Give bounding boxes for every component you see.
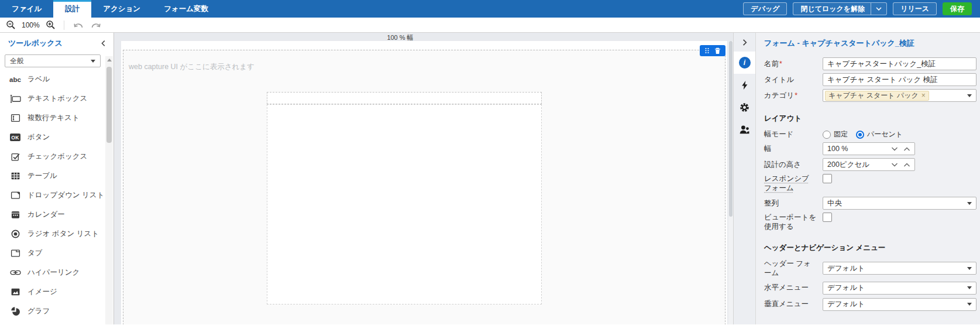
- close-unlock-button[interactable]: 閉じてロックを解除: [793, 2, 887, 15]
- dropdown-list-icon: [9, 190, 21, 200]
- toolbox-item[interactable]: ハイパーリンク: [0, 263, 114, 282]
- scroll-up-icon[interactable]: [107, 59, 112, 61]
- use-viewport-label: ビューポートを使用する: [764, 213, 823, 232]
- redo-icon[interactable]: [90, 21, 102, 29]
- toolbox-item[interactable]: グラフ: [0, 302, 114, 321]
- title-field[interactable]: キャプチャ スタート パック 検証: [823, 73, 976, 86]
- collapse-right-icon[interactable]: [734, 33, 755, 52]
- form-designer-app: ファイル 設計 アクション フォーム変数 デバッグ 閉じてロックを解除 リリース…: [0, 0, 980, 325]
- toolbox-item[interactable]: テーブル: [0, 166, 114, 186]
- tab-icon: [9, 248, 21, 258]
- info-icon: i: [739, 57, 751, 69]
- collapse-left-icon[interactable]: [99, 39, 108, 47]
- undo-icon[interactable]: [73, 21, 84, 29]
- tab-permissions[interactable]: [734, 118, 755, 141]
- header-form-dropdown[interactable]: デフォルト: [823, 262, 976, 275]
- toolbox-category-select[interactable]: 全般: [5, 54, 101, 67]
- toolbox-item[interactable]: カレンダー: [0, 205, 114, 224]
- vertical-menu-dropdown[interactable]: デフォルト: [823, 298, 976, 311]
- radio-option-fixed[interactable]: 固定: [823, 129, 848, 139]
- tab-settings[interactable]: [734, 96, 755, 118]
- capture-placeholder-text: web capture UI がここに表示されます: [129, 62, 255, 72]
- toolbox-scrollbar[interactable]: [105, 56, 113, 324]
- form-row-element[interactable]: [267, 92, 542, 104]
- tab-actions[interactable]: [734, 74, 755, 96]
- canvas-scrollbar[interactable]: [728, 41, 733, 324]
- design-canvas: 100 % 幅 web capture UI がここに表示されます: [114, 33, 733, 324]
- toolbox-item-label: ドロップダウン リスト: [27, 190, 104, 200]
- menu-tab-form-variables[interactable]: フォーム変数: [152, 0, 220, 18]
- toolbox-item-label: カレンダー: [27, 210, 65, 220]
- stepper-up-icon[interactable]: [903, 163, 910, 167]
- save-button[interactable]: 保存: [943, 2, 972, 15]
- release-button[interactable]: リリース: [893, 2, 937, 15]
- remove-tag-icon[interactable]: [921, 92, 926, 99]
- zoom-in-icon[interactable]: [46, 20, 56, 30]
- menu-tab-file[interactable]: ファイル: [0, 0, 53, 18]
- toolbox-item[interactable]: テキストボックス: [0, 89, 114, 108]
- scrollbar-thumb[interactable]: [106, 67, 112, 143]
- width-stepper[interactable]: 100 %: [823, 142, 915, 155]
- toolbox-item[interactable]: イメージ: [0, 282, 114, 302]
- toolbox-item[interactable]: OKボタン: [0, 128, 114, 147]
- toolbox-item[interactable]: チェックボックス: [0, 147, 114, 166]
- scrollbar-thumb[interactable]: [729, 41, 733, 217]
- horizontal-menu-dropdown[interactable]: デフォルト: [823, 282, 976, 295]
- menu-tab-action[interactable]: アクション: [91, 0, 152, 18]
- zoom-level: 100%: [22, 21, 40, 29]
- form-page[interactable]: web capture UI がここに表示されます: [121, 41, 727, 324]
- debug-button[interactable]: デバッグ: [743, 2, 787, 15]
- use-viewport-checkbox[interactable]: [823, 213, 832, 222]
- toolbox-item[interactable]: ラジオ ボタン リスト: [0, 224, 114, 244]
- radio-option-percent[interactable]: パーセント: [856, 129, 903, 139]
- toolbox-item-label: ラジオ ボタン リスト: [27, 229, 99, 239]
- selection-badge: [700, 45, 725, 56]
- toolbox-header: ツールボックス: [0, 33, 114, 52]
- stepper-up-icon[interactable]: [903, 147, 910, 151]
- toolbox-item-label: タブ: [27, 248, 43, 258]
- radio-selected-icon[interactable]: [856, 131, 864, 139]
- menu-tab-design[interactable]: 設計: [53, 0, 91, 18]
- stepper-down-icon[interactable]: [891, 147, 898, 151]
- toolbox-item[interactable]: ドロップダウン リスト: [0, 186, 114, 205]
- toolbox-item-label: チェックボックス: [27, 152, 87, 162]
- name-field-label: 名前: [764, 59, 823, 69]
- vertical-menu-label: 垂直メニュー: [764, 299, 823, 309]
- chart-icon: [9, 306, 21, 316]
- stepper-down-icon[interactable]: [891, 163, 898, 167]
- caret-down-icon: [967, 202, 972, 205]
- caret-down-icon: [967, 94, 972, 97]
- header-form-label: ヘッダー フォーム: [764, 259, 823, 278]
- toolbox-item[interactable]: abcラベル: [0, 70, 114, 89]
- properties-title: フォーム - キャプチャスタートパック_検証: [764, 38, 976, 49]
- form-body-element[interactable]: [267, 104, 542, 305]
- toolbox-item[interactable]: 複数行テキスト: [0, 108, 114, 128]
- radio-icon[interactable]: [823, 131, 831, 139]
- trash-icon[interactable]: [714, 47, 721, 54]
- chevron-down-icon[interactable]: [871, 7, 886, 11]
- horizontal-menu-label: 水平メニュー: [764, 283, 823, 292]
- toolbox-category-value: 全般: [10, 56, 24, 66]
- align-value: 中央: [827, 199, 842, 208]
- category-multiselect[interactable]: キャプチャ スタート パック: [823, 89, 976, 102]
- width-mode-label: 幅モード: [764, 129, 823, 139]
- header-nav-section-heading: ヘッダーとナビゲーション メニュー: [764, 243, 976, 253]
- toolbox-item[interactable]: タブ: [0, 244, 114, 263]
- responsive-form-checkbox[interactable]: [823, 174, 832, 183]
- align-field-label: 整列: [764, 199, 823, 208]
- name-field[interactable]: キャプチャスタートパック_検証: [823, 57, 976, 70]
- design-height-stepper[interactable]: 200ピクセル: [823, 158, 915, 171]
- vertical-menu-value: デフォルト: [827, 299, 865, 309]
- caret-down-icon: [967, 303, 972, 306]
- caret-down-icon: [91, 60, 95, 63]
- close-unlock-label: 閉じてロックを解除: [800, 4, 865, 14]
- checkbox-icon: [9, 152, 21, 162]
- abc-label-icon: abc: [9, 76, 21, 83]
- zoom-out-icon[interactable]: [6, 20, 16, 30]
- tab-form-info[interactable]: i: [734, 52, 755, 74]
- web-capture-section[interactable]: web capture UI がここに表示されます: [123, 50, 725, 324]
- textbox-icon: [9, 94, 21, 104]
- radio-option-label: パーセント: [867, 129, 903, 139]
- drag-handle-icon[interactable]: [704, 47, 710, 54]
- align-dropdown[interactable]: 中央: [823, 197, 976, 210]
